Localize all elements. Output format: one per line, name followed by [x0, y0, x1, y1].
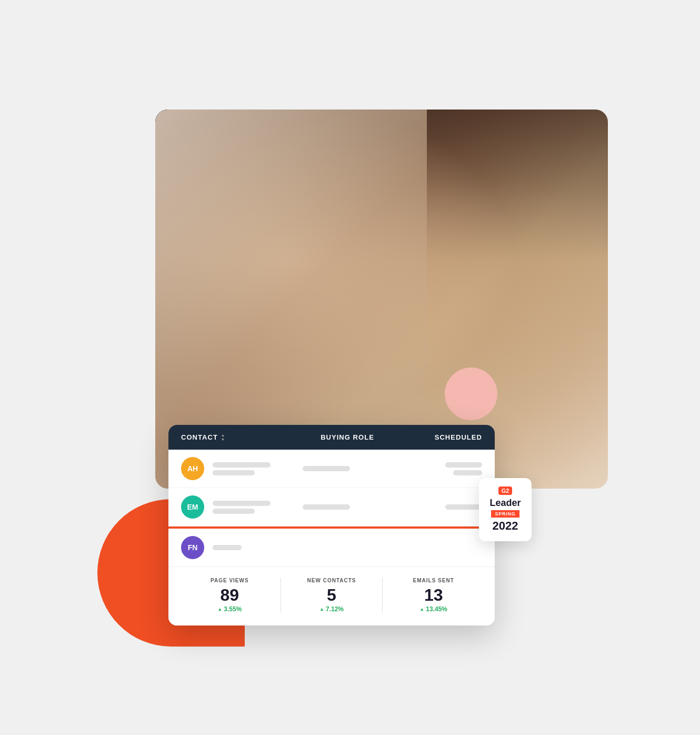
buying-col	[303, 504, 421, 510]
stat-value: 13	[385, 587, 482, 603]
col-header-contact[interactable]: CONTACT	[181, 433, 286, 441]
g2-leader-text: Leader	[489, 498, 521, 509]
stat-page-views: PAGE VIEWS 89 3.55%	[181, 578, 278, 613]
table-header: CONTACT BUYING ROLE SCHEDULED	[168, 425, 495, 450]
stat-change: 7.12%	[283, 605, 381, 613]
table-row[interactable]: AH	[168, 450, 495, 488]
stat-divider	[382, 578, 383, 613]
skeleton-role	[303, 466, 350, 471]
stat-label: PAGE VIEWS	[181, 578, 278, 583]
col-header-buying-role: BUYING ROLE	[286, 433, 408, 441]
stat-label: NEW CONTACTS	[283, 578, 381, 583]
g2-season-text: SPRING	[491, 510, 520, 518]
buying-col	[303, 466, 421, 471]
contact-col	[213, 462, 294, 475]
decorative-circle	[445, 368, 497, 420]
stat-value: 89	[181, 587, 278, 603]
skeleton-sched	[445, 504, 482, 510]
col-header-scheduled: SCHEDULED	[408, 433, 482, 441]
table-row[interactable]: EM	[168, 488, 495, 527]
crm-card: CONTACT BUYING ROLE SCHEDULED AH	[168, 425, 495, 625]
stat-label: EMAILS SENT	[385, 578, 482, 583]
skeleton-sm	[453, 470, 482, 475]
contact-col	[213, 501, 294, 514]
stat-divider	[281, 578, 281, 613]
sched-col	[429, 462, 482, 475]
avatar: FN	[181, 536, 204, 559]
sort-icon[interactable]	[221, 433, 225, 441]
stat-change: 3.55%	[181, 605, 278, 613]
skeleton-name	[213, 545, 242, 550]
table-row[interactable]: FN	[168, 529, 495, 567]
stat-new-contacts: NEW CONTACTS 5 7.12%	[283, 578, 381, 613]
skeleton-sched	[445, 462, 482, 468]
skeleton-name	[213, 462, 271, 468]
g2-badge: G2 Leader SPRING 2022	[479, 478, 532, 541]
main-scene: CONTACT BUYING ROLE SCHEDULED AH	[87, 78, 613, 657]
skeleton-email	[213, 470, 255, 475]
skeleton-role	[303, 504, 350, 510]
skeleton-name	[213, 501, 271, 506]
avatar: EM	[181, 495, 204, 519]
skeleton-email	[213, 509, 255, 514]
g2-logo-icon: G2	[498, 486, 513, 495]
g2-year-text: 2022	[493, 519, 518, 533]
stat-change: 13.45%	[385, 605, 482, 613]
avatar: AH	[181, 457, 204, 480]
table-body: AH EM	[168, 450, 495, 567]
stat-value: 5	[283, 587, 381, 603]
stat-emails-sent: EMAILS SENT 13 13.45%	[385, 578, 482, 613]
contact-col	[213, 545, 294, 550]
sched-col	[429, 504, 482, 510]
stats-section: PAGE VIEWS 89 3.55% NEW CONTACTS 5 7.12%…	[168, 567, 495, 625]
